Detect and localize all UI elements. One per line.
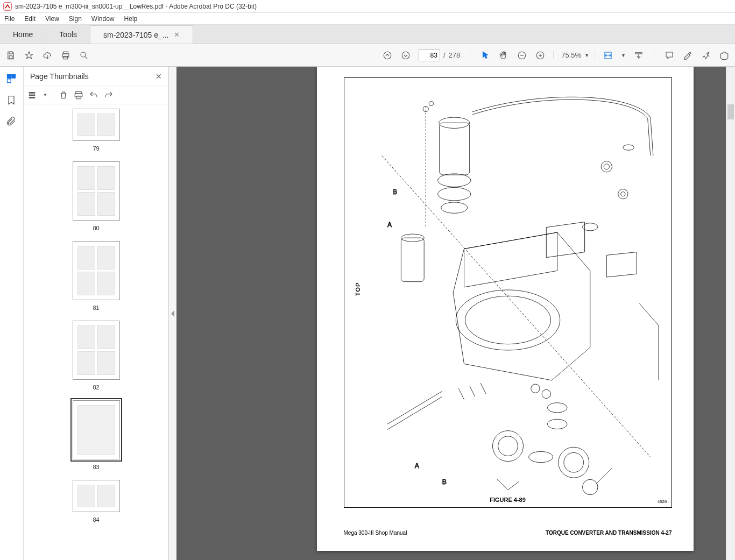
- figure-frame: TOP: [344, 77, 672, 508]
- thumbnail-page[interactable]: [73, 241, 120, 300]
- page-total: 278: [449, 51, 461, 59]
- thumbnail-toolbar: ▼: [24, 86, 168, 104]
- thumbnail-number: 79: [93, 145, 99, 152]
- svg-point-34: [601, 161, 612, 172]
- undo-icon[interactable]: [89, 90, 98, 100]
- tab-tools[interactable]: Tools: [46, 25, 90, 44]
- nav-rail: [0, 67, 24, 560]
- cloud-icon[interactable]: [42, 50, 53, 61]
- thumbnail-number: 82: [93, 384, 99, 391]
- thumbnail-item[interactable]: 83: [24, 400, 168, 470]
- scrollbar-thumb[interactable]: [727, 104, 734, 119]
- svg-text:B: B: [442, 478, 446, 486]
- svg-text:A: A: [414, 462, 419, 470]
- zoom-out-icon[interactable]: [517, 50, 527, 61]
- read-mode-icon[interactable]: [633, 50, 644, 61]
- menu-help[interactable]: Help: [124, 15, 138, 23]
- svg-rect-12: [635, 52, 642, 53]
- star-icon[interactable]: [24, 50, 34, 61]
- attachment-icon[interactable]: [6, 116, 18, 128]
- menu-window[interactable]: Window: [91, 15, 115, 23]
- search-icon[interactable]: [79, 50, 89, 61]
- vertical-scrollbar[interactable]: [726, 67, 735, 560]
- close-icon[interactable]: ✕: [174, 31, 180, 39]
- thumbnail-item[interactable]: 81: [24, 241, 168, 311]
- svg-point-28: [437, 187, 470, 200]
- svg-rect-18: [29, 97, 35, 98]
- svg-point-23: [465, 296, 550, 344]
- window-title: sm-2023-7105 e_m300-iii_sn0001-up__LowRe…: [15, 3, 257, 10]
- svg-point-33: [429, 102, 433, 106]
- svg-point-42: [558, 447, 589, 478]
- page-up-icon[interactable]: [382, 50, 393, 61]
- svg-text:B: B: [393, 188, 397, 196]
- thumbnail-item[interactable]: 80: [24, 161, 168, 231]
- footer-left: Mega 300-III Shop Manual: [344, 530, 407, 536]
- panel-title: Page Thumbnails: [30, 72, 89, 81]
- pdf-icon: [3, 2, 12, 11]
- menu-file[interactable]: File: [4, 15, 15, 23]
- svg-point-53: [547, 403, 567, 413]
- thumbnails-icon[interactable]: [6, 73, 18, 85]
- svg-rect-46: [606, 252, 637, 278]
- svg-point-27: [437, 174, 470, 187]
- print-icon[interactable]: [60, 50, 71, 61]
- tab-home[interactable]: Home: [0, 25, 46, 44]
- close-icon[interactable]: ✕: [156, 72, 162, 81]
- triangle-left-icon: [171, 310, 174, 317]
- svg-rect-25: [439, 123, 469, 175]
- tab-bar: Home Tools sm-2023-7105 e_... ✕: [0, 25, 735, 44]
- stamp-icon[interactable]: [719, 50, 730, 61]
- document-viewport[interactable]: TOP: [176, 67, 726, 560]
- print-pages-icon[interactable]: [74, 90, 83, 100]
- thumbnail-page[interactable]: [73, 161, 120, 221]
- comment-icon[interactable]: [664, 50, 675, 61]
- hand-icon[interactable]: [498, 50, 509, 61]
- page-input[interactable]: [419, 49, 440, 61]
- fit-width-icon[interactable]: [603, 50, 613, 61]
- svg-rect-14: [11, 75, 15, 79]
- menu-view[interactable]: View: [45, 15, 59, 23]
- sign-icon[interactable]: [701, 50, 711, 61]
- chevron-down-icon[interactable]: ▼: [43, 93, 47, 97]
- svg-rect-16: [29, 92, 35, 93]
- thumbnail-page[interactable]: [73, 321, 120, 380]
- svg-point-43: [563, 452, 583, 472]
- thumbnail-page[interactable]: [73, 109, 120, 141]
- menu-sign[interactable]: Sign: [69, 15, 82, 23]
- svg-point-39: [623, 145, 633, 150]
- menu-edit[interactable]: Edit: [24, 15, 36, 23]
- svg-point-7: [384, 52, 391, 59]
- chevron-down-icon[interactable]: ▼: [621, 53, 626, 58]
- pointer-icon[interactable]: [480, 50, 491, 61]
- redo-icon[interactable]: [104, 90, 114, 100]
- zoom-dropdown[interactable]: 75.5% ▼: [561, 51, 595, 59]
- thumbnail-number: 84: [93, 516, 99, 523]
- svg-point-35: [604, 164, 609, 169]
- thumbnail-number: 83: [93, 464, 99, 470]
- thumbnail-item[interactable]: 79: [24, 109, 168, 152]
- options-icon[interactable]: [28, 90, 38, 100]
- svg-point-44: [528, 451, 553, 462]
- collapse-handle[interactable]: [169, 67, 176, 560]
- thumbnail-list[interactable]: 798081828384: [24, 104, 168, 560]
- figure-caption: FIGURE 4-89: [490, 497, 526, 503]
- menu-bar: File Edit View Sign Window Help: [0, 13, 735, 25]
- highlight-icon[interactable]: [682, 50, 693, 61]
- svg-point-41: [498, 436, 518, 456]
- page-down-icon[interactable]: [400, 50, 411, 61]
- zoom-in-icon[interactable]: [535, 50, 546, 61]
- svg-text:A: A: [387, 221, 392, 229]
- tab-document[interactable]: sm-2023-7105 e_... ✕: [90, 25, 193, 44]
- delete-icon[interactable]: [59, 90, 68, 100]
- save-icon[interactable]: [5, 50, 16, 61]
- thumbnail-page[interactable]: [73, 480, 120, 512]
- bookmark-icon[interactable]: [6, 95, 18, 107]
- main-area: Page Thumbnails ✕ ▼ 798081828384 TOP: [0, 67, 735, 560]
- thumbnail-item[interactable]: 82: [24, 321, 168, 391]
- svg-point-48: [542, 389, 550, 398]
- thumbnail-page[interactable]: [73, 400, 120, 459]
- page-indicator: / 278: [419, 49, 460, 61]
- thumbnail-item[interactable]: 84: [24, 480, 168, 523]
- svg-rect-0: [4, 3, 11, 10]
